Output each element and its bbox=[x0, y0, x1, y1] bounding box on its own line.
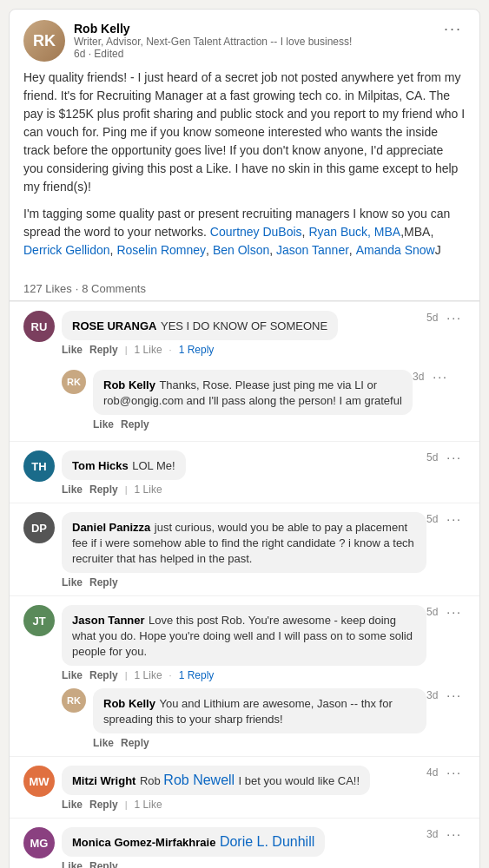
reply-rob-to-rose: RK Rob Kelly Thanks, Rose. Please just p… bbox=[62, 363, 466, 436]
rob-reply2-more-button[interactable]: ··· bbox=[443, 688, 466, 702]
tom-content: Tom Hicks LOL Me! 5d ··· Like Reply | 1 … bbox=[62, 450, 466, 497]
tagged-ryan[interactable]: Ryan Buck, MBA bbox=[308, 225, 400, 239]
tagged-roselin[interactable]: Roselin Romney bbox=[116, 243, 206, 257]
jason-like-button[interactable]: Like bbox=[62, 669, 83, 681]
likes-count[interactable]: 127 Likes bbox=[23, 282, 72, 295]
tom-avatar: TH bbox=[23, 450, 55, 482]
tagged-courtney[interactable]: Courtney DuBois bbox=[210, 225, 302, 239]
monica-content: Monica Gomez-Mirfakhraie Dorie L. Dunhil… bbox=[62, 827, 466, 868]
stats-separator: · bbox=[76, 282, 79, 295]
jason-like-count: 1 Like bbox=[135, 669, 162, 681]
daniel-content: Daniel Panizza just curious, would you b… bbox=[62, 512, 466, 590]
tagged-derrick[interactable]: Derrick Gellidon bbox=[23, 243, 110, 257]
tom-like-button[interactable]: Like bbox=[62, 483, 83, 496]
jason-reply-count[interactable]: 1 Reply bbox=[179, 669, 215, 681]
rose-reply-button[interactable]: Reply bbox=[89, 344, 118, 356]
monica-more-button[interactable]: ··· bbox=[443, 827, 466, 841]
rob-newell-tag[interactable]: Rob Newell bbox=[163, 773, 235, 787]
author-title: Writer, Advisor, Next-Gen Talent Attract… bbox=[74, 36, 352, 48]
tagged-jason[interactable]: Jason Tanner bbox=[276, 243, 349, 257]
mitzi-reply-button[interactable]: Reply bbox=[89, 799, 118, 811]
mitzi-content: Mitzi Wright Rob Rob Newell I bet you wo… bbox=[62, 766, 466, 812]
rob-reply-like-button[interactable]: Like bbox=[93, 418, 114, 431]
jason-reply-button[interactable]: Reply bbox=[89, 669, 118, 681]
rose-like-count: 1 Like bbox=[135, 344, 162, 356]
monica-reply-button[interactable]: Reply bbox=[89, 860, 118, 868]
tom-reply-button[interactable]: Reply bbox=[89, 483, 118, 496]
mitzi-like-count: 1 Like bbox=[135, 799, 162, 811]
rose-content: ROSE URANGA YES I DO KNOW OF SOMEONE 5d … bbox=[62, 311, 466, 436]
tom-actions: Like Reply | 1 Like bbox=[62, 480, 466, 497]
rose-reply-count[interactable]: 1 Reply bbox=[179, 344, 215, 356]
rose-time: 5d bbox=[426, 312, 438, 324]
rose-text: YES I DO KNOW OF SOMEONE bbox=[161, 319, 327, 332]
comment-jason: JT Jason Tanner Love this post Rob. You'… bbox=[10, 595, 479, 756]
post-time: 6d · Edited bbox=[74, 48, 352, 60]
daniel-reply-button[interactable]: Reply bbox=[89, 576, 118, 589]
daniel-more-button[interactable]: ··· bbox=[443, 512, 466, 526]
rob-reply2-name: Rob Kelly bbox=[103, 697, 155, 710]
post-header: RK Rob Kelly Writer, Advisor, Next-Gen T… bbox=[10, 10, 479, 69]
mitzi-actions: Like Reply | 1 Like bbox=[62, 795, 466, 812]
daniel-name: Daniel Panizza bbox=[72, 521, 150, 534]
rob-reply2-like-button[interactable]: Like bbox=[93, 737, 114, 749]
post-body: Hey quality friends! - I just heard of a… bbox=[10, 69, 479, 277]
rose-more-button[interactable]: ··· bbox=[443, 311, 466, 325]
rob-reply-avatar: RK bbox=[62, 370, 86, 394]
comments-count[interactable]: 8 Comments bbox=[82, 282, 146, 295]
post-header-left: RK Rob Kelly Writer, Advisor, Next-Gen T… bbox=[23, 20, 352, 62]
comment-daniel: DP Daniel Panizza just curious, would yo… bbox=[10, 503, 479, 595]
rose-actions: Like Reply | 1 Like · 1 Reply bbox=[62, 340, 466, 358]
rose-avatar: RU bbox=[23, 311, 55, 342]
tom-text: LOL Me! bbox=[132, 459, 175, 472]
author-name: Rob Kelly bbox=[74, 22, 352, 36]
post-text-2: I'm tagging some quality past or present… bbox=[23, 205, 466, 260]
mitzi-like-button[interactable]: Like bbox=[62, 799, 83, 811]
comment-monica: MG Monica Gomez-Mirfakhraie Dorie L. Dun… bbox=[10, 818, 479, 868]
mitzi-time: 4d bbox=[426, 766, 438, 779]
dorie-tag[interactable]: Dorie L. Dunhill bbox=[220, 834, 314, 849]
mitzi-avatar: MW bbox=[23, 766, 55, 797]
tom-time: 5d bbox=[426, 451, 438, 464]
post-card: RK Rob Kelly Writer, Advisor, Next-Gen T… bbox=[9, 9, 480, 868]
monica-avatar: MG bbox=[23, 827, 55, 858]
comment-tom: TH Tom Hicks LOL Me! 5d ··· Like Reply | bbox=[10, 441, 479, 503]
rose-name: ROSE URANGA bbox=[72, 319, 157, 332]
monica-time: 3d bbox=[426, 828, 438, 840]
jason-actions: Like Reply | 1 Like · 1 Reply bbox=[62, 666, 466, 683]
rob-reply2-reply-button[interactable]: Reply bbox=[121, 737, 149, 749]
monica-actions: Like Reply bbox=[62, 857, 466, 868]
rob-reply2-avatar: RK bbox=[62, 688, 86, 713]
rob-reply-name: Rob Kelly bbox=[103, 378, 155, 391]
tom-more-button[interactable]: ··· bbox=[443, 450, 466, 464]
post-text-1: Hey quality friends! - I just heard of a… bbox=[23, 69, 466, 196]
comment-mitzi: MW Mitzi Wright Rob Rob Newell I bet you… bbox=[10, 756, 479, 818]
jason-time: 5d bbox=[426, 606, 438, 618]
mitzi-name: Mitzi Wright bbox=[72, 774, 135, 787]
author-info: Rob Kelly Writer, Advisor, Next-Gen Tale… bbox=[74, 22, 352, 60]
daniel-time: 5d bbox=[426, 513, 438, 525]
rose-like-button[interactable]: Like bbox=[62, 344, 83, 356]
daniel-actions: Like Reply bbox=[62, 573, 466, 590]
tom-name: Tom Hicks bbox=[72, 459, 129, 472]
monica-like-button[interactable]: Like bbox=[62, 860, 83, 868]
daniel-avatar: DP bbox=[23, 512, 55, 543]
post-more-button[interactable]: ··· bbox=[440, 20, 466, 38]
comments-section: RU ROSE URANGA YES I DO KNOW OF SOMEONE … bbox=[10, 301, 479, 868]
tom-like-count: 1 Like bbox=[135, 483, 162, 496]
tagged-ben[interactable]: Ben Olson bbox=[213, 243, 269, 257]
jason-name: Jason Tanner bbox=[72, 614, 145, 627]
rob-reply-more-button[interactable]: ··· bbox=[429, 370, 452, 384]
monica-name: Monica Gomez-Mirfakhraie bbox=[72, 836, 215, 849]
jason-avatar: JT bbox=[23, 605, 55, 636]
post-stats: 127 Likes · 8 Comments bbox=[10, 277, 479, 301]
daniel-like-button[interactable]: Like bbox=[62, 576, 83, 589]
reply-rob-to-jason: RK Rob Kelly You and Lithium are awesome… bbox=[62, 688, 466, 751]
comment-rose: RU ROSE URANGA YES I DO KNOW OF SOMEONE … bbox=[10, 301, 479, 441]
jason-more-button[interactable]: ··· bbox=[443, 605, 466, 619]
mitzi-text: Rob bbox=[140, 774, 163, 787]
author-avatar: RK bbox=[23, 20, 65, 62]
tagged-amanda[interactable]: Amanda Snow bbox=[356, 243, 435, 257]
rob-reply-reply-button[interactable]: Reply bbox=[121, 418, 149, 431]
mitzi-more-button[interactable]: ··· bbox=[443, 766, 466, 779]
